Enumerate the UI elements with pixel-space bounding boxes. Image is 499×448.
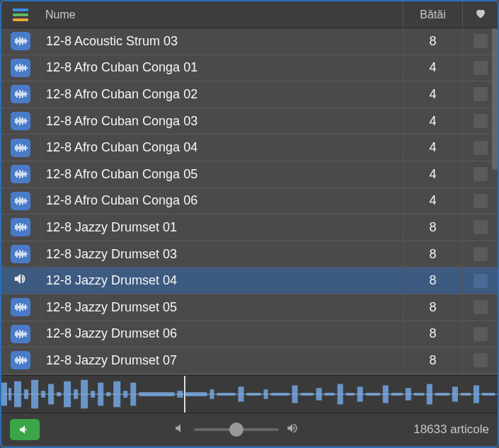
loop-name: 12-8 Afro Cuban Conga 01 [40, 55, 403, 81]
favorite-checkbox[interactable] [474, 34, 488, 48]
table-row[interactable]: 12-8 Afro Cuban Conga 044 [1, 134, 498, 161]
view-mode-button[interactable] [1, 8, 40, 21]
audio-loop-icon [11, 351, 30, 369]
favorite-cell[interactable] [462, 214, 498, 241]
loop-beats: 4 [403, 81, 462, 108]
speaker-icon [18, 423, 32, 436]
favorite-checkbox[interactable] [474, 327, 488, 341]
column-header-favorite[interactable] [462, 1, 498, 28]
waveform-preview[interactable] [1, 375, 498, 413]
loop-beats: 8 [403, 321, 462, 348]
favorite-checkbox[interactable] [474, 274, 488, 288]
audio-loop-icon [11, 139, 30, 157]
table-row[interactable]: 12-8 Afro Cuban Conga 034 [1, 108, 498, 135]
table-row[interactable]: 12-8 Jazzy Drumset 048 [1, 268, 498, 294]
loop-name: 12-8 Jazzy Drumset 06 [40, 321, 403, 348]
favorite-checkbox[interactable] [474, 167, 488, 181]
loop-type-icon-cell[interactable] [1, 325, 40, 343]
favorite-cell[interactable] [462, 241, 498, 268]
loop-beats: 4 [403, 188, 462, 214]
table-row[interactable]: 12-8 Jazzy Drumset 068 [1, 321, 498, 348]
favorite-checkbox[interactable] [474, 353, 488, 367]
audio-loop-icon [11, 32, 30, 50]
table-row[interactable]: 12-8 Jazzy Drumset 058 [1, 294, 498, 321]
loop-name: 12-8 Jazzy Drumset 01 [40, 214, 403, 241]
table-row[interactable]: 12-8 Jazzy Drumset 038 [1, 241, 498, 268]
vertical-scrollbar[interactable] [492, 28, 498, 170]
loop-beats: 4 [403, 55, 462, 81]
loop-name: 12-8 Jazzy Drumset 07 [40, 348, 403, 374]
loop-type-icon-cell[interactable] [1, 32, 40, 50]
loop-type-icon-cell[interactable] [1, 298, 40, 316]
playing-indicator[interactable] [1, 271, 40, 290]
loop-beats: 8 [403, 268, 462, 294]
loop-name: 12-8 Jazzy Drumset 04 [40, 268, 403, 294]
favorite-cell[interactable] [462, 321, 498, 348]
audio-loop-icon [11, 112, 30, 130]
loop-type-icon-cell[interactable] [1, 192, 40, 210]
loop-beats: 8 [403, 348, 462, 374]
loop-name: 12-8 Afro Cuban Conga 02 [40, 81, 403, 108]
table-row[interactable]: 12-8 Jazzy Drumset 018 [1, 214, 498, 241]
loop-beats: 8 [403, 214, 462, 241]
loop-name: 12-8 Afro Cuban Conga 03 [40, 108, 403, 134]
table-row[interactable]: 12-8 Afro Cuban Conga 014 [1, 55, 498, 82]
list-view-icon [13, 8, 28, 21]
volume-slider-thumb[interactable] [229, 423, 243, 437]
favorite-checkbox[interactable] [474, 141, 488, 155]
loop-list[interactable]: 12-8 Acoustic Strum 03812-8 Afro Cuban C… [1, 28, 498, 375]
playhead[interactable] [184, 376, 185, 413]
audio-loop-icon [11, 59, 30, 77]
loop-name: 12-8 Afro Cuban Conga 06 [40, 188, 403, 214]
table-row[interactable]: 12-8 Afro Cuban Conga 064 [1, 188, 498, 215]
loop-beats: 8 [403, 28, 462, 54]
loop-beats: 4 [403, 108, 462, 134]
volume-slider[interactable] [194, 428, 279, 431]
favorite-checkbox[interactable] [474, 87, 488, 101]
loop-beats: 8 [403, 241, 462, 268]
favorite-cell[interactable] [462, 294, 498, 321]
favorite-cell[interactable] [462, 268, 498, 294]
loop-name: 12-8 Jazzy Drumset 03 [40, 241, 403, 268]
favorite-checkbox[interactable] [474, 61, 488, 75]
favorite-cell[interactable] [462, 348, 498, 374]
loop-type-icon-cell[interactable] [1, 85, 40, 103]
favorite-checkbox[interactable] [474, 114, 488, 128]
loop-type-icon-cell[interactable] [1, 112, 40, 130]
volume-low-icon [174, 422, 187, 437]
heart-icon [474, 7, 488, 23]
favorite-checkbox[interactable] [474, 220, 488, 234]
loop-name: 12-8 Jazzy Drumset 05 [40, 294, 403, 321]
loop-beats: 4 [403, 134, 462, 161]
favorite-checkbox[interactable] [474, 247, 488, 261]
audio-loop-icon [11, 325, 30, 343]
loop-type-icon-cell[interactable] [1, 165, 40, 183]
loop-type-icon-cell[interactable] [1, 218, 40, 236]
table-row[interactable]: 12-8 Acoustic Strum 038 [1, 28, 498, 55]
table-row[interactable]: 12-8 Afro Cuban Conga 024 [1, 81, 498, 108]
audio-loop-icon [11, 245, 30, 263]
loop-beats: 4 [403, 161, 462, 188]
loop-name: 12-8 Afro Cuban Conga 05 [40, 161, 403, 188]
favorite-checkbox[interactable] [474, 194, 488, 208]
audio-loop-icon [11, 85, 30, 103]
audio-loop-icon [11, 192, 30, 210]
table-row[interactable]: 12-8 Jazzy Drumset 078 [1, 348, 498, 374]
column-header-name[interactable]: Nume [40, 8, 403, 21]
loop-type-icon-cell[interactable] [1, 351, 40, 369]
loop-name: 12-8 Afro Cuban Conga 04 [40, 134, 403, 161]
audio-loop-icon [11, 165, 30, 183]
loop-name: 12-8 Acoustic Strum 03 [40, 28, 403, 54]
column-header-beats[interactable]: Bătăi [403, 1, 462, 28]
loop-beats: 8 [403, 294, 462, 321]
speaker-playing-icon [11, 271, 30, 290]
favorite-checkbox[interactable] [474, 300, 488, 314]
loop-type-icon-cell[interactable] [1, 245, 40, 263]
loop-type-icon-cell[interactable] [1, 139, 40, 157]
play-button[interactable] [10, 419, 40, 440]
loop-type-icon-cell[interactable] [1, 59, 40, 77]
volume-high-icon [286, 422, 299, 437]
favorite-cell[interactable] [462, 188, 498, 214]
volume-controls [174, 422, 299, 437]
table-row[interactable]: 12-8 Afro Cuban Conga 054 [1, 161, 498, 188]
